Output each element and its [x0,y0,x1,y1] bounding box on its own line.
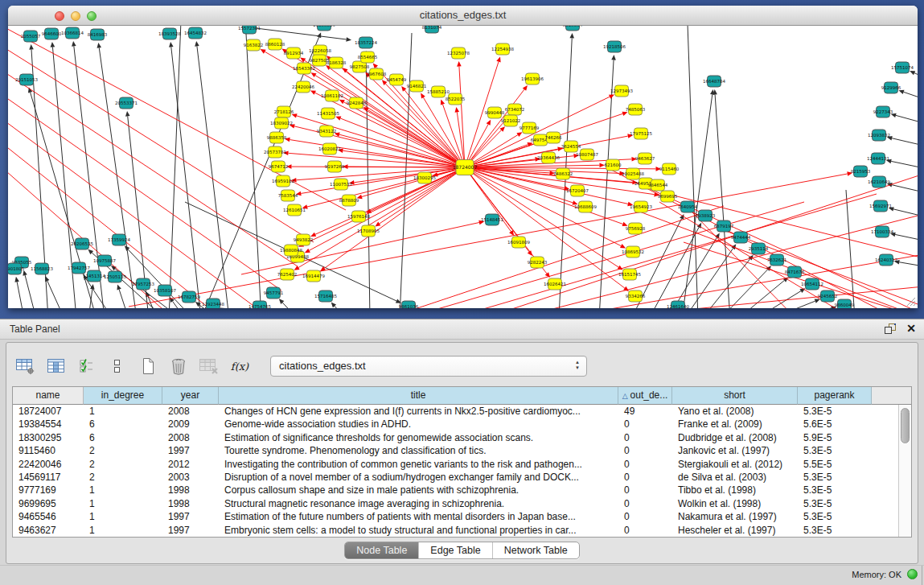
graph-edge[interactable] [450,194,877,308]
graph-edge[interactable] [893,209,918,216]
table-row[interactable]: 1872400712008Changes of HCN gene express… [13,405,899,418]
table-row[interactable]: 1456911722003Disruption of a novel membe… [13,471,899,484]
graph-node-label: 7632621 [767,257,787,262]
column-header-in_degree[interactable]: in_degree [84,387,162,405]
graph-edge[interactable] [335,306,346,308]
table-cell: 1998 [162,484,219,496]
resize-grip-icon[interactable] [903,294,916,307]
graph-edge[interactable] [895,234,918,241]
graph-edge[interactable] [459,66,465,167]
table-settings-button[interactable] [14,356,37,377]
graph-node-label: 8554665 [358,55,378,60]
table-row[interactable]: 946554611997Estimation of the future num… [13,510,899,523]
graph-edge[interactable] [896,115,918,123]
close-panel-icon[interactable]: ✕ [906,322,916,335]
column-header-pagerank[interactable]: pagerank [798,387,872,405]
combo-arrows-icon: ▲▼ [575,360,580,371]
graph-edge[interactable] [465,89,524,167]
graph-edge[interactable] [8,93,281,290]
graph-edge[interactable] [8,142,217,308]
table-cell: Structural magnetic resonance image aver… [219,497,618,510]
graph-edge[interactable] [245,26,261,308]
graph-edge[interactable] [904,92,918,99]
graph-edge[interactable] [25,275,36,308]
tab-edge-table[interactable]: Edge Table [418,542,491,558]
network-window-titlebar[interactable]: citations_edges.txt [8,6,918,26]
graph-edge[interactable] [702,259,750,308]
table-scrollbar[interactable] [898,405,911,537]
graph-edge[interactable] [282,303,298,308]
function-builder-button[interactable]: f(x) [228,356,251,377]
graph-edge[interactable] [715,94,730,308]
graph-edge[interactable] [119,290,129,308]
graph-edge[interactable] [892,185,918,192]
float-panel-icon[interactable] [884,323,897,335]
graph-edge[interactable] [846,190,855,308]
graph-edge[interactable] [99,47,137,308]
column-header-out_de[interactable]: △out_de... [618,387,672,405]
table-row[interactable]: 946362711997Embryonic stem cells: a mode… [13,524,899,537]
table-row[interactable]: 1830029562008Estimation of significance … [13,431,899,444]
column-header-year[interactable]: year [162,387,219,405]
graph-edge[interactable] [891,161,918,168]
graph-edge[interactable] [297,116,465,167]
delete-button[interactable] [167,356,190,377]
graph-node-label: 6879197 [714,224,734,229]
graph-edge[interactable] [8,45,314,242]
table-selector[interactable]: citations_edges.txt ▲▼ [270,356,587,377]
show-columns-button[interactable] [45,356,68,377]
graph-node-label: 9121022 [501,118,521,123]
memory-status: Memory: OK [852,570,901,579]
node-table[interactable]: namein_degreeyeartitle△out_de...shortpag… [12,386,912,538]
table-cell: Tourette syndrome. Phenomenology and cla… [219,444,618,457]
graph-edge[interactable] [47,281,64,308]
graph-edge[interactable] [171,47,201,308]
graph-edge[interactable] [483,174,918,308]
graph-edge[interactable] [256,28,347,39]
clear-selection-button[interactable] [106,356,129,377]
table-cell: Stergiakouli et al. (2012) [672,458,798,471]
graph-node-label: 17942757 [68,266,90,270]
graph-edge[interactable] [197,46,229,308]
graph-edge[interactable] [914,73,918,77]
tab-network-table[interactable]: Network Table [492,542,579,558]
graph-node-label: 9463627 [635,156,655,161]
table-cell: 5.5E-5 [798,458,872,471]
table-cell: Wolkin et al. (1998) [672,497,798,510]
graph-edge[interactable] [8,69,298,266]
column-header-short[interactable]: short [672,387,798,405]
network-canvas[interactable]: 1872400791638228860128891293418226058982… [8,26,918,308]
graph-edge[interactable] [366,56,370,308]
scrollbar-thumb[interactable] [901,408,910,443]
graph-edge[interactable] [169,26,181,308]
tab-node-table[interactable]: Node Table [345,542,418,558]
graph-edge[interactable] [368,109,465,167]
graph-edge[interactable] [756,291,801,308]
select-all-button[interactable] [76,356,98,377]
table-cell: 1 [84,510,162,523]
column-header-title[interactable]: title [219,387,618,405]
table-row[interactable]: 969969511998Structural magnetic resonanc… [13,497,899,510]
network-window[interactable]: citations_edges.txt 18724007916382288601… [8,6,918,308]
graph-edge[interactable] [771,301,815,308]
table-cell: Embryonic stem cells: a model to study s… [219,524,618,537]
network-graph[interactable]: 1872400791638228860128891293418226058982… [8,26,918,308]
table-panel-header[interactable]: Table Panel ✕ [0,319,924,340]
graph-node-label: 16782759 [178,295,200,299]
delete-table-button[interactable] [198,356,220,377]
table-row[interactable]: 911546021997Tourette syndrome. Phenomeno… [13,444,899,457]
graph-edge[interactable] [386,206,724,308]
table-row[interactable]: 977716911998Corpus callosum shape and si… [13,484,899,496]
graph-node-label: 3624554 [561,144,581,149]
graph-edge[interactable] [298,167,465,267]
new-document-button[interactable] [137,356,159,377]
table-cell: 9115460 [13,444,84,457]
graph-edge[interactable] [899,262,918,266]
table-row[interactable]: 1938455462009Genome-wide association stu… [13,418,899,431]
table-row[interactable]: 2242004622012Investigating the contribut… [13,458,899,471]
column-header-name[interactable]: name [13,387,84,405]
graph-edge[interactable] [201,37,319,308]
graph-edge[interactable] [892,138,918,146]
graph-edge[interactable] [17,282,24,308]
table-cell: Estimation of the future numbers of pati… [219,510,618,523]
